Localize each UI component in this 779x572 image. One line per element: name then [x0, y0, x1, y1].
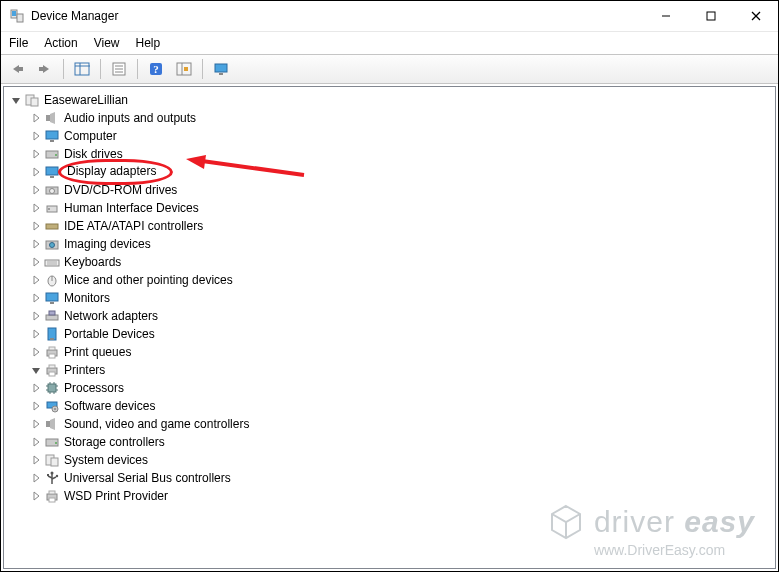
svg-point-38: [50, 243, 55, 248]
titlebar: Device Manager: [1, 1, 778, 32]
chevron-down-icon[interactable]: [10, 94, 22, 106]
tree-item-network-adapters[interactable]: Network adapters: [30, 307, 775, 325]
device-manager-window: Device Manager File Action View Help ? E…: [0, 0, 779, 572]
tree-item-print-queues[interactable]: Print queues: [30, 343, 775, 361]
chevron-right-icon[interactable]: [30, 310, 42, 322]
watermark-brand-1: driver: [594, 505, 684, 538]
chevron-right-icon[interactable]: [30, 472, 42, 484]
tree-item-label: Computer: [64, 127, 117, 145]
chevron-right-icon[interactable]: [30, 130, 42, 142]
category-icon: [44, 218, 60, 234]
svg-text:?: ?: [153, 63, 159, 75]
tree-item-label: Print queues: [64, 343, 131, 361]
svg-rect-26: [46, 131, 58, 139]
chevron-right-icon[interactable]: [30, 148, 42, 160]
svg-rect-22: [219, 73, 223, 75]
tree-item-dvd-cd-rom-drives[interactable]: DVD/CD-ROM drives: [30, 181, 775, 199]
chevron-right-icon[interactable]: [30, 346, 42, 358]
chevron-right-icon[interactable]: [30, 274, 42, 286]
tree-item-storage-controllers[interactable]: Storage controllers: [30, 433, 775, 451]
svg-point-76: [56, 475, 58, 477]
tree-item-human-interface-devices[interactable]: Human Interface Devices: [30, 199, 775, 217]
chevron-right-icon[interactable]: [30, 256, 42, 268]
tree-item-audio-inputs-and-outputs[interactable]: Audio inputs and outputs: [30, 109, 775, 127]
tree-item-label: Software devices: [64, 397, 155, 415]
svg-point-33: [50, 189, 55, 194]
tree-item-sound-video-and-game-controllers[interactable]: Sound, video and game controllers: [30, 415, 775, 433]
toolbar-separator: [202, 59, 203, 79]
category-icon: [44, 452, 60, 468]
chevron-down-icon[interactable]: [30, 364, 42, 376]
tree-item-label: Processors: [64, 379, 124, 397]
chevron-right-icon[interactable]: [30, 436, 42, 448]
svg-rect-21: [215, 64, 227, 72]
chevron-right-icon[interactable]: [30, 418, 42, 430]
category-icon: [44, 434, 60, 450]
svg-rect-56: [48, 384, 56, 392]
tree-item-mice-and-other-pointing-devices[interactable]: Mice and other pointing devices: [30, 271, 775, 289]
chevron-right-icon[interactable]: [30, 292, 42, 304]
close-button[interactable]: [733, 1, 778, 31]
tree-item-portable-devices[interactable]: Portable Devices: [30, 325, 775, 343]
chevron-right-icon[interactable]: [30, 166, 42, 178]
menu-view[interactable]: View: [94, 36, 120, 50]
show-hide-tree-button[interactable]: [70, 57, 94, 81]
toolbar-separator: [63, 59, 64, 79]
chevron-right-icon[interactable]: [30, 112, 42, 124]
category-icon: [44, 416, 60, 432]
properties-button[interactable]: [107, 57, 131, 81]
svg-rect-36: [46, 224, 58, 229]
category-icon: [44, 398, 60, 414]
toolbar-separator: [137, 59, 138, 79]
svg-rect-27: [50, 140, 54, 142]
tree-item-wsd-print-provider[interactable]: WSD Print Provider: [30, 487, 775, 505]
category-icon: [44, 380, 60, 396]
svg-rect-72: [51, 458, 58, 466]
minimize-button[interactable]: [643, 1, 688, 31]
svg-rect-49: [50, 338, 54, 340]
tree-item-software-devices[interactable]: Software devices: [30, 397, 775, 415]
forward-button[interactable]: [33, 57, 57, 81]
tree-item-processors[interactable]: Processors: [30, 379, 775, 397]
chevron-right-icon[interactable]: [30, 328, 42, 340]
menu-file[interactable]: File: [9, 36, 28, 50]
monitor-button[interactable]: [209, 57, 233, 81]
svg-point-67: [54, 408, 56, 410]
chevron-right-icon[interactable]: [30, 202, 42, 214]
chevron-right-icon[interactable]: [30, 184, 42, 196]
chevron-right-icon[interactable]: [30, 382, 42, 394]
chevron-right-icon[interactable]: [30, 490, 42, 502]
tree-item-computer[interactable]: Computer: [30, 127, 775, 145]
tree-item-display-adapters[interactable]: Display adapters: [30, 163, 775, 181]
tree-item-imaging-devices[interactable]: Imaging devices: [30, 235, 775, 253]
svg-rect-4: [707, 12, 715, 20]
tree-item-label: Universal Serial Bus controllers: [64, 469, 231, 487]
menubar: File Action View Help: [1, 32, 778, 54]
toolbar: ?: [1, 54, 778, 84]
scan-hardware-button[interactable]: [172, 57, 196, 81]
menu-action[interactable]: Action: [44, 36, 77, 50]
chevron-right-icon[interactable]: [30, 238, 42, 250]
tree-item-monitors[interactable]: Monitors: [30, 289, 775, 307]
tree-item-label: Storage controllers: [64, 433, 165, 451]
watermark-url: www.DriverEasy.com: [594, 542, 755, 558]
chevron-right-icon[interactable]: [30, 220, 42, 232]
tree-item-label: Imaging devices: [64, 235, 151, 253]
menu-help[interactable]: Help: [136, 36, 161, 50]
svg-rect-45: [50, 302, 54, 304]
chevron-right-icon[interactable]: [30, 400, 42, 412]
svg-rect-31: [50, 176, 54, 178]
tree-item-universal-serial-bus-controllers[interactable]: Universal Serial Bus controllers: [30, 469, 775, 487]
svg-rect-54: [49, 365, 55, 368]
tree-item-ide-ata-atapi-controllers[interactable]: IDE ATA/ATAPI controllers: [30, 217, 775, 235]
watermark: driver easy www.DriverEasy.com: [546, 502, 755, 558]
tree-item-system-devices[interactable]: System devices: [30, 451, 775, 469]
tree-item-printers[interactable]: Printers: [30, 361, 775, 379]
maximize-button[interactable]: [688, 1, 733, 31]
back-button[interactable]: [5, 57, 29, 81]
chevron-right-icon[interactable]: [30, 454, 42, 466]
help-button[interactable]: ?: [144, 57, 168, 81]
svg-rect-78: [49, 491, 55, 494]
tree-item-keyboards[interactable]: Keyboards: [30, 253, 775, 271]
tree-root[interactable]: EasewareLillian: [10, 91, 775, 109]
